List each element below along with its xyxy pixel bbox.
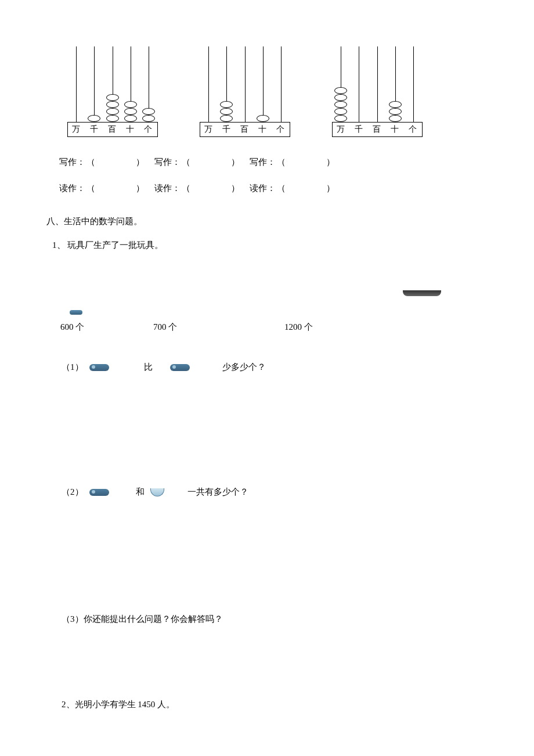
write-label: 写作： xyxy=(250,154,276,170)
read-label: 读作： xyxy=(154,181,181,196)
paren-open: （ xyxy=(86,181,95,196)
paren-close: ） xyxy=(326,181,335,196)
sub-num: （1） xyxy=(62,359,84,375)
paren-open: （ xyxy=(277,154,286,170)
section-8-title: 八、生活中的数学问题。 xyxy=(0,214,534,229)
place-label: 百 xyxy=(369,122,387,136)
write-blank-2[interactable]: 写作： （ ） xyxy=(154,154,250,170)
read-blank-2[interactable]: 读作： （ ） xyxy=(154,181,250,196)
bead xyxy=(142,108,155,115)
abacus-2: 万 千 百 十 个 xyxy=(200,46,290,137)
place-label: 十 xyxy=(121,122,139,136)
read-blank-1[interactable]: 读作： （ ） xyxy=(59,181,154,196)
write-label: 写作： xyxy=(154,154,181,170)
paren-close: ） xyxy=(136,181,145,196)
count-c: 1200 个 xyxy=(284,319,313,335)
bead xyxy=(220,101,233,108)
place-label: 万 xyxy=(68,122,86,136)
bead xyxy=(106,94,119,101)
place-label: 个 xyxy=(139,122,157,136)
place-label: 十 xyxy=(386,122,404,136)
bead xyxy=(334,87,347,94)
rod xyxy=(359,46,359,122)
bead xyxy=(389,108,402,115)
abacus-base: 万 千 百 十 个 xyxy=(67,122,158,137)
q2-text: 2、光明小学有学生 1450 人。 xyxy=(0,697,534,712)
rod xyxy=(263,46,264,122)
read-label: 读作： xyxy=(59,181,85,196)
place-label: 万 xyxy=(333,122,351,136)
toy-icon-a xyxy=(89,489,109,496)
q1-title: 1、 玩具厂生产了一批玩具。 xyxy=(0,237,534,253)
toy-icon-a xyxy=(89,364,109,371)
bead xyxy=(334,115,347,122)
read-row: 读作： （ ） 读作： （ ） 读作： （ ） xyxy=(0,181,534,196)
write-blank-3[interactable]: 写作： （ ） xyxy=(250,154,351,170)
place-label: 千 xyxy=(86,122,104,136)
rod xyxy=(76,46,77,122)
bead xyxy=(257,115,269,122)
paren-open: （ xyxy=(86,154,95,170)
paren-close: ） xyxy=(326,154,335,170)
write-blank-1[interactable]: 写作： （ ） xyxy=(59,154,154,170)
bead xyxy=(334,101,347,108)
place-label: 千 xyxy=(218,122,236,136)
paren-close: ） xyxy=(136,154,145,170)
paren-open: （ xyxy=(182,181,190,196)
count-b: 700 个 xyxy=(153,319,284,335)
bead xyxy=(334,108,347,115)
place-label: 个 xyxy=(404,122,422,136)
q1-sub1: （1） 比 少多少个？ xyxy=(0,359,534,375)
place-label: 百 xyxy=(104,122,122,136)
bead xyxy=(124,108,137,115)
text-mid: 和 xyxy=(136,484,145,500)
bead xyxy=(220,115,233,122)
bead xyxy=(389,115,402,122)
q1-sub2: （2） 和 一共有多少个？ xyxy=(0,484,534,500)
abacus-base: 万 千 百 十 个 xyxy=(200,122,290,137)
read-blank-3[interactable]: 读作： （ ） xyxy=(250,181,351,196)
bead xyxy=(220,108,233,115)
bead xyxy=(106,108,119,115)
abacus-1: 万 千 百 十 个 xyxy=(67,46,158,137)
paren-open: （ xyxy=(182,154,190,170)
rod xyxy=(413,46,414,122)
place-label: 个 xyxy=(272,122,290,136)
text-tail: 一共有多少个？ xyxy=(187,484,248,500)
toy-image-a xyxy=(70,310,82,315)
sub-num: （2） xyxy=(62,484,84,500)
place-label: 千 xyxy=(351,122,369,136)
rod xyxy=(281,46,282,122)
bead xyxy=(88,115,100,122)
abacus-3: 万 千 百 十 个 xyxy=(332,46,423,137)
paren-close: ） xyxy=(231,181,240,196)
abacus-row: 万 千 百 十 个 万 千 百 十 个 xyxy=(0,0,534,137)
write-row: 写作： （ ） 写作： （ ） 写作： （ ） xyxy=(0,154,534,170)
abacus-base: 万 千 百 十 个 xyxy=(332,122,423,137)
bead xyxy=(124,115,137,122)
abacus-frame xyxy=(332,46,423,122)
counts-row: 600 个 700 个 1200 个 xyxy=(0,319,534,335)
place-label: 万 xyxy=(200,122,218,136)
rod xyxy=(94,46,95,122)
text-mid: 比 xyxy=(144,359,153,375)
count-a: 600 个 xyxy=(60,319,153,335)
toy-icon-b xyxy=(170,364,190,371)
text-tail: 少多少个？ xyxy=(222,359,266,375)
toy-image-c xyxy=(403,290,441,296)
q1-sub3: （3）你还能提出什么问题？你会解答吗？ xyxy=(0,611,534,627)
toy-icon-c xyxy=(150,488,164,496)
paren-open: （ xyxy=(277,181,286,196)
rod xyxy=(245,46,246,122)
paren-close: ） xyxy=(231,154,240,170)
place-label: 百 xyxy=(236,122,254,136)
bead xyxy=(106,101,119,108)
bead xyxy=(124,101,137,108)
abacus-frame xyxy=(67,46,158,122)
write-label: 写作： xyxy=(59,154,85,170)
toy-image-row xyxy=(0,290,534,311)
place-label: 十 xyxy=(254,122,272,136)
bead xyxy=(106,115,119,122)
abacus-frame xyxy=(200,46,290,122)
rod xyxy=(377,46,378,122)
